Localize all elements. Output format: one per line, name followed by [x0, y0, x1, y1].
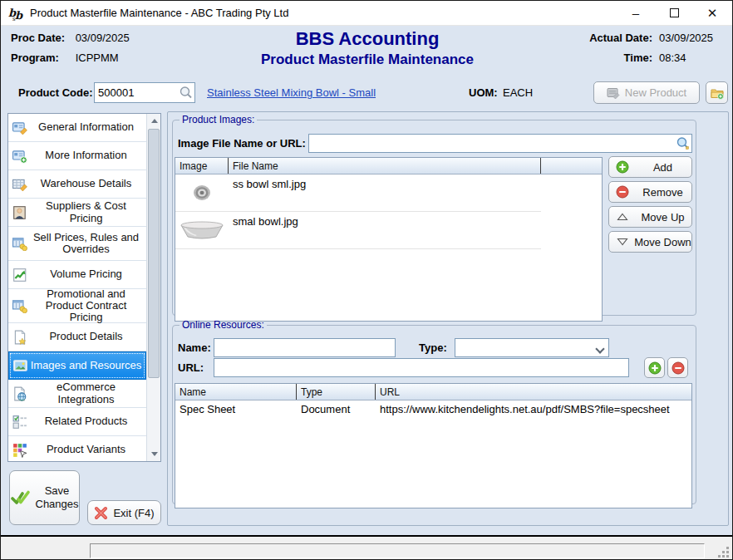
proc-date-label: Proc Date:: [11, 32, 72, 44]
add-image-button[interactable]: Add: [608, 156, 692, 178]
open-product-folder-button[interactable]: [706, 81, 728, 104]
exit-label: Exit (F4): [113, 507, 154, 519]
sidebar-item-product-details[interactable]: Product Details: [8, 323, 146, 351]
sidebar-item-general-information[interactable]: General Information: [8, 114, 146, 142]
move-down-button[interactable]: Move Down: [608, 231, 692, 253]
table-row[interactable]: smal bowl.jpg: [175, 212, 541, 249]
close-x-icon: [94, 506, 108, 520]
card-edit-icon: [12, 120, 27, 135]
exit-button[interactable]: Exit (F4): [87, 500, 161, 525]
add-resource-button[interactable]: [644, 357, 665, 378]
sidebar-item-label: Images and Resources: [28, 360, 145, 371]
sidebar-item-label: Promotional and Product Contract Pricing: [27, 288, 146, 324]
sidebar-item-label: Related Products: [27, 415, 146, 427]
product-images-group: Product Images: Image File Name or URL: …: [172, 114, 696, 316]
search-icon[interactable]: [179, 86, 193, 100]
new-product-button[interactable]: New Product: [593, 81, 700, 104]
content-panel: Product Images: Image File Name or URL: …: [167, 111, 729, 526]
image-actions: Add Remove Move Up: [608, 156, 692, 253]
resource-url: https://www.kitchendelights.net.au/pdf/S…: [376, 400, 691, 419]
minimize-button[interactable]: –: [617, 1, 655, 25]
chart-up-icon: [12, 268, 27, 282]
sidebar-scrollbar[interactable]: [146, 114, 160, 461]
price-table-icon: [12, 236, 27, 251]
svg-text:b: b: [15, 9, 23, 22]
column-header-file-name[interactable]: File Name: [229, 158, 541, 174]
sidebar-item-product-variants[interactable]: Product Variants: [8, 436, 146, 461]
sidebar-item-suppliers-cost-pricing[interactable]: Suppliers & Cost Pricing: [8, 199, 146, 227]
app-window: b b s Product Masterfile Maintenance - A…: [0, 0, 733, 560]
move-up-button[interactable]: Move Up: [608, 206, 692, 228]
time-value: 08:34: [659, 52, 722, 64]
close-button[interactable]: ✕: [693, 1, 731, 25]
remove-resource-button[interactable]: [667, 357, 688, 378]
checklist-icon: [12, 415, 27, 430]
resource-name-input[interactable]: [214, 338, 396, 357]
save-changes-label: Save Changes: [36, 484, 79, 512]
column-header-name[interactable]: Name: [175, 384, 297, 400]
sidebar-item-ecommerce-integrations[interactable]: eCommerce Integrations: [8, 380, 146, 408]
column-header-image[interactable]: Image: [175, 158, 229, 174]
remove-label: Remove: [634, 186, 691, 199]
price-table-icon: [12, 298, 27, 313]
scroll-down-icon[interactable]: [147, 447, 161, 461]
product-name-link[interactable]: Stainless Steel Mixing Bowl - Small: [207, 86, 376, 99]
image-thumbnail-cell: [175, 212, 229, 248]
maximize-button[interactable]: [655, 1, 693, 25]
time-label: Time:: [581, 52, 652, 64]
status-message-panel: [90, 543, 705, 558]
page-globe-icon: [12, 386, 27, 401]
sidebar-item-label: Sell Prices, Rules and Overrides: [27, 232, 146, 256]
column-header-url[interactable]: URL: [376, 384, 691, 400]
card-add-icon: [12, 149, 27, 164]
online-resources-table: Name Type URL Spec Sheet Document https:…: [175, 383, 692, 508]
sidebar-item-label: General Information: [27, 121, 146, 133]
resource-type-select[interactable]: [455, 338, 609, 357]
image-file-url-input[interactable]: [308, 134, 692, 153]
sidebar-list: General Information More Information: [8, 114, 146, 461]
sidebar-item-promotional-contract-pricing[interactable]: Promotional and Product Contract Pricing: [8, 289, 146, 323]
product-images-legend: Product Images:: [180, 114, 257, 125]
sidebar-item-label: More Information: [27, 150, 146, 161]
sidebar-item-sell-prices-rules-overrides[interactable]: Sell Prices, Rules and Overrides: [8, 227, 146, 261]
supplier-icon: [12, 205, 27, 220]
column-header-type[interactable]: Type: [297, 384, 376, 400]
save-changes-button[interactable]: Save Changes: [9, 470, 80, 525]
sidebar-item-more-information[interactable]: More Information: [8, 142, 146, 170]
resize-grip[interactable]: [716, 545, 729, 558]
sidebar-item-label: Product Variants: [27, 444, 146, 455]
sidebar-item-volume-pricing[interactable]: Volume Pricing: [8, 261, 146, 289]
page-star-icon: [12, 330, 27, 345]
move-down-label: Move Down: [634, 236, 691, 248]
image-file-name: ss bowl sml.jpg: [229, 174, 541, 211]
steel-bowl-wide-thumbnail: [179, 220, 225, 240]
add-icon: [648, 361, 662, 375]
remove-icon: [616, 185, 629, 199]
sidebar-item-label: Product Details: [27, 331, 146, 342]
triangle-up-icon: [616, 210, 629, 224]
header-right: Actual Date: 03/09/2025 Time: 08:34: [581, 32, 722, 64]
resource-type: Document: [297, 400, 376, 419]
product-images-table: Image File Name ss bowl sml.jpg: [175, 157, 603, 322]
uom-value: EACH: [503, 86, 533, 99]
image-file-url-wrap: [308, 134, 692, 153]
actual-date-value: 03/09/2025: [659, 32, 722, 44]
status-bar: [1, 537, 732, 560]
remove-image-button[interactable]: Remove: [608, 181, 692, 203]
sidebar-item-warehouse-details[interactable]: Warehouse Details: [8, 170, 146, 199]
check-icon: [11, 489, 31, 506]
table-row[interactable]: Spec Sheet Document https://www.kitchend…: [175, 400, 691, 419]
scroll-up-icon[interactable]: [147, 114, 161, 128]
table-row[interactable]: ss bowl sml.jpg: [175, 174, 541, 212]
sidebar-scroll-thumb[interactable]: [148, 129, 160, 378]
svg-text:s: s: [12, 16, 16, 22]
image-search-icon[interactable]: [676, 136, 690, 150]
sidebar-item-label: Warehouse Details: [27, 178, 146, 189]
proc-date-value: 03/09/2025: [76, 32, 130, 44]
sidebar-item-related-products[interactable]: Related Products: [8, 408, 146, 436]
resource-url-input[interactable]: [214, 358, 629, 377]
online-resources-table-header: Name Type URL: [175, 384, 691, 400]
triangle-down-icon: [616, 235, 629, 248]
sidebar-item-images-and-resources[interactable]: Images and Resources: [8, 351, 146, 380]
image-file-url-label: Image File Name or URL:: [178, 137, 306, 150]
